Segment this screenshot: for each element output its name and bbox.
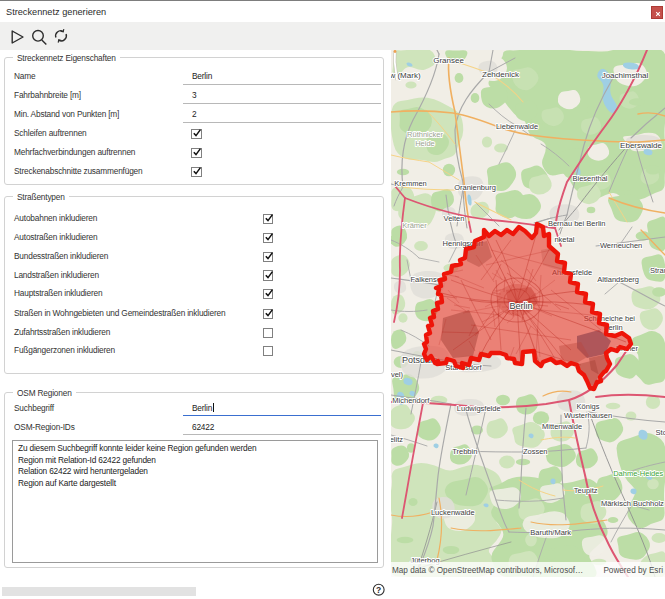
svg-text:Zehdenick: Zehdenick [482, 70, 520, 79]
svg-text:Bernau bei Berlin: Bernau bei Berlin [548, 219, 606, 228]
svg-text:Sto: Sto [656, 428, 665, 437]
svg-text:Mittenwalde: Mittenwalde [542, 422, 582, 431]
svg-text:Baruth/Mark: Baruth/Mark [530, 528, 571, 537]
svg-text:Strau: Strau [650, 266, 665, 275]
svg-text:Märkisch Buchholz: Märkisch Buchholz [601, 499, 664, 508]
svg-text:Powered by Esri: Powered by Esri [603, 566, 663, 575]
svg-text:Eberswalde: Eberswalde [620, 141, 662, 150]
svg-text:Luckenwalde: Luckenwalde [431, 508, 475, 517]
svg-text:Krämer: Krämer [402, 221, 427, 230]
svg-text:Werneuchen: Werneuchen [600, 241, 642, 250]
svg-text:w (Mark): w (Mark) [391, 71, 421, 80]
svg-text:Teupitz: Teupitz [574, 486, 598, 495]
svg-text:Oranienburg: Oranienburg [454, 183, 496, 192]
svg-text:Zossen: Zossen [523, 447, 548, 456]
svg-text:Gransee: Gransee [433, 56, 464, 65]
svg-text:?: ? [376, 585, 381, 595]
svg-text:Map data © OpenStreetMap contr: Map data © OpenStreetMap contributors, M… [392, 566, 583, 575]
svg-text:Joachimsthal: Joachimsthal [602, 71, 649, 80]
svg-text:Rüthnicker: Rüthnicker [407, 130, 443, 139]
svg-text:Königs: Königs [577, 402, 600, 411]
svg-text:Kremmen: Kremmen [394, 179, 427, 188]
svg-text:vel): vel) [391, 370, 404, 379]
svg-text:nketal: nketal [554, 235, 574, 244]
svg-text:Michendorf: Michendorf [392, 396, 430, 405]
svg-text:Liebenwalde: Liebenwalde [496, 122, 538, 131]
svg-text:Wusterhausen: Wusterhausen [564, 411, 612, 420]
svg-text:Altlandsberg: Altlandsberg [597, 275, 639, 284]
svg-text:elitz: elitz [391, 435, 403, 444]
svg-text:Heide: Heide [415, 139, 435, 148]
svg-text:Velten: Velten [444, 214, 465, 223]
svg-text:Dahme-Heides: Dahme-Heides [613, 469, 663, 478]
svg-text:Berlin: Berlin [509, 301, 532, 311]
svg-text:Biesenthal: Biesenthal [572, 174, 607, 183]
svg-text:Ludwigsfelde: Ludwigsfelde [457, 404, 501, 413]
svg-text:Trebbin: Trebbin [452, 447, 477, 456]
